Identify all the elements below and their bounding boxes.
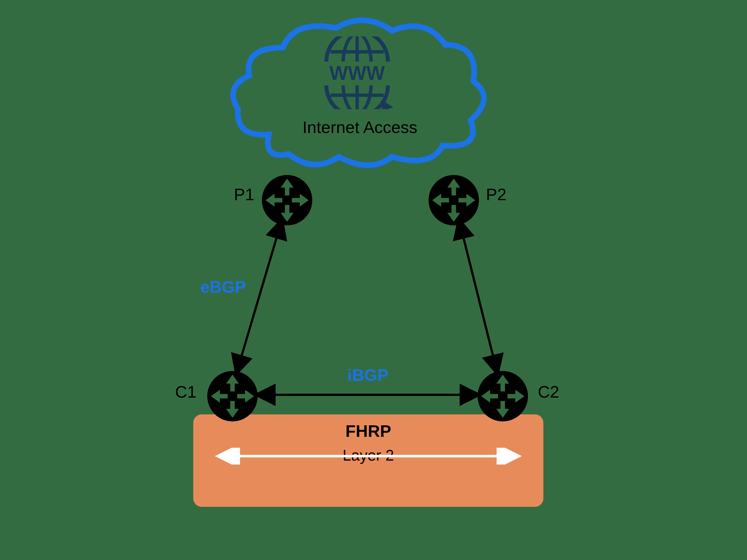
router-c1-icon bbox=[206, 370, 259, 423]
svg-line-5 bbox=[459, 221, 497, 372]
router-c2-label: C2 bbox=[538, 382, 559, 402]
fhrp-layer2-box: FHRP Layer 2 bbox=[193, 415, 543, 507]
router-p2-icon bbox=[427, 174, 480, 227]
router-c1-label: C1 bbox=[175, 382, 197, 402]
router-c2-icon bbox=[476, 370, 530, 423]
svg-line-4 bbox=[237, 221, 282, 372]
ebgp-label: eBGP bbox=[200, 277, 246, 296]
router-p2-label: P2 bbox=[486, 185, 507, 204]
fhrp-arrow-line bbox=[193, 448, 543, 464]
router-p1-icon bbox=[260, 174, 314, 227]
ibgp-label: iBGP bbox=[347, 365, 388, 385]
router-p1-label: P1 bbox=[234, 185, 254, 204]
fhrp-title: FHRP bbox=[193, 421, 543, 441]
network-diagram: WWW Internet Access bbox=[140, 14, 588, 546]
